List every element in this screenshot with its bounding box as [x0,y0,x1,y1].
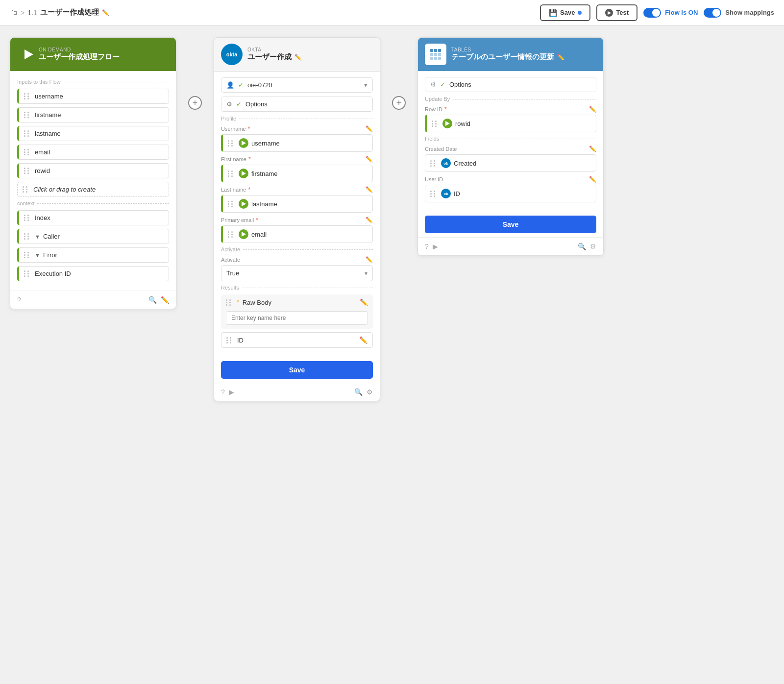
flow-trigger-card: 📌 × On Demand ユーザー作成処理フロー Inputs to this… [10,37,176,309]
dropdown-arrow-icon: ▾ [364,81,368,89]
settings-icon[interactable]: ⚙ [590,243,596,250]
okta-options-row[interactable]: ⚙ ✓ Options [221,97,373,112]
created-date-value-row[interactable]: ok Created [425,154,596,172]
edit-tables-title-icon[interactable]: ✏️ [557,54,564,61]
username-value: username [251,140,280,147]
input-username[interactable]: username [17,89,169,104]
edit-card-title-icon[interactable]: ✏️ [294,54,302,61]
unsaved-indicator [578,11,582,15]
save-button[interactable]: 💾 Save [540,4,590,21]
input-lastname[interactable]: lastname [17,126,169,141]
required-star: * [444,106,447,113]
drag-handle [228,231,234,238]
input-caller[interactable]: ▼ Caller [17,229,169,244]
lastname-value-row[interactable]: lastname [221,195,373,213]
drag-handle [24,149,30,155]
drag-handle [24,112,30,118]
email-value-row[interactable]: email [221,225,373,243]
firstname-field-label: First name * ✏️ [221,156,373,163]
edit-firstname-icon[interactable]: ✏️ [366,156,373,163]
raw-body-label: Raw Body [243,299,271,306]
create-input-placeholder[interactable]: Click or drag to create [17,182,169,197]
edit-rowid-icon[interactable]: ✏️ [589,106,596,113]
edit-raw-body-icon[interactable]: ✏️ [360,298,368,306]
tables-options-row[interactable]: ⚙ ✓ Options [425,77,596,92]
okta-card-body: 👤 ✓ oie-0720 ▾ ⚙ ✓ Options Profile Usern… [214,72,380,357]
edit-created-date-icon[interactable]: ✏️ [589,146,596,152]
edit-username-icon[interactable]: ✏️ [366,125,373,132]
firstname-value: firstname [251,170,277,177]
edit-id-icon[interactable]: ✏️ [359,336,368,344]
search-icon[interactable]: 🔍 [148,296,157,304]
okta-save-button[interactable]: Save [221,361,373,379]
username-value-row[interactable]: username [221,134,373,152]
okta-small-icon: ok [441,189,451,198]
email-label: email [35,148,50,156]
card-header: On Demand ユーザー作成処理フロー [10,38,176,71]
okta-connection-row[interactable]: 👤 ✓ oie-0720 ▾ [221,77,373,93]
flow-on-toggle[interactable] [643,8,661,18]
input-rowid[interactable]: rowid [17,163,169,178]
profile-section-label: Profile [221,116,373,122]
required-star: * [248,156,251,163]
input-error[interactable]: ▼ Error [17,247,169,263]
user-id-value-row[interactable]: ok ID [425,185,596,202]
help-icon[interactable]: ? [17,296,21,304]
edit-email-icon[interactable]: ✏️ [366,217,373,223]
breadcrumb-separator: > [21,9,24,17]
required-star: * [256,217,258,223]
show-mappings-toggle[interactable] [704,8,721,18]
edit-lastname-icon[interactable]: ✏️ [366,186,373,193]
edit-icon[interactable]: ✏️ [161,296,169,304]
card-title: ユーザー作成処理フロー [39,52,137,62]
inputs-section-label: Inputs to this Flow [17,79,169,85]
tables-card: × Tables テーブルのユーザー情報の更新 ✏️ ⚙ [417,37,604,256]
test-label: Test [616,9,629,16]
input-email[interactable]: email [17,145,169,160]
edit-activate-icon[interactable]: ✏️ [366,256,373,263]
email-field-label: Primary email * ✏️ [221,217,373,223]
test-button[interactable]: ▶ Test [596,4,637,21]
search-icon[interactable]: 🔍 [354,388,363,396]
edit-flow-name-icon[interactable]: ✏️ [102,9,109,16]
context-section-label: context [17,200,169,206]
tables-card-body: ⚙ ✓ Options Update By Row ID * ✏️ rowid [418,71,603,212]
activate-dropdown[interactable]: True ▾ [221,265,373,281]
row-id-value-row[interactable]: rowid [425,115,596,132]
edit-user-id-icon[interactable]: ✏️ [589,176,596,183]
id-result-row[interactable]: ID ✏️ [221,332,373,348]
index-label: Index [35,214,50,221]
flow-version: 1.1 [27,9,37,17]
flow-value-icon [239,169,248,178]
play-icon[interactable]: ▶ [229,388,234,396]
drag-handle [24,233,30,240]
input-index[interactable]: Index [17,210,169,225]
check-icon: ✓ [440,81,445,88]
play-button-icon[interactable] [17,44,39,65]
search-icon[interactable]: 🔍 [578,243,586,250]
okta-logo: okta [221,44,243,65]
add-connector-button-1[interactable]: + [188,96,202,110]
canvas: 📌 × On Demand ユーザー作成処理フロー Inputs to this… [0,25,784,684]
tables-card-title: テーブルのユーザー情報の更新 [451,52,554,62]
caller-label: Caller [43,233,60,240]
add-connector-button-2[interactable]: + [392,96,406,110]
enter-key-input[interactable] [226,311,368,325]
save-label: Save [560,9,575,16]
rowid-label: rowid [35,167,50,174]
firstname-value-row[interactable]: firstname [221,165,373,182]
lastname-field-label: Last name * ✏️ [221,186,373,193]
id-result-label: ID [237,337,244,344]
input-execution-id[interactable]: Execution ID [17,266,169,281]
input-firstname[interactable]: firstname [17,107,169,122]
user-id-value: ID [454,190,460,197]
breadcrumb: 🗂 > 1.1 ユーザー作成処理 ✏️ [10,8,534,17]
help-icon[interactable]: ? [425,243,429,250]
play-icon[interactable]: ▶ [433,243,438,250]
settings-icon[interactable]: ⚙ [367,388,373,396]
tables-save-button[interactable]: Save [425,216,596,233]
help-icon[interactable]: ? [221,388,225,396]
error-collapse-icon: ▼ [35,252,40,258]
context-section: context Index ▼ Call [17,200,169,281]
drag-handle [24,130,30,137]
